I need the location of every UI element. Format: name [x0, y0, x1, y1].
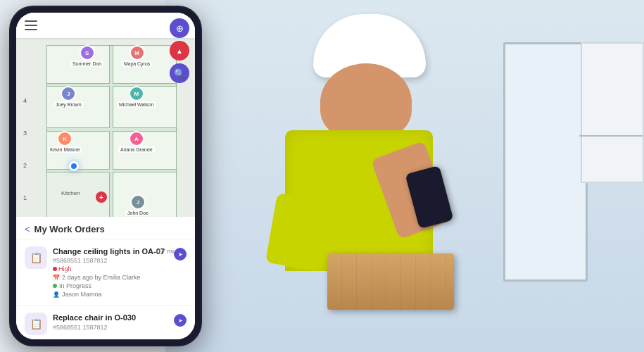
medical-icon: + — [96, 191, 107, 203]
work-orders-header: < My Work Orders — [16, 217, 195, 239]
location-button[interactable]: ⊕ — [170, 18, 189, 38]
avatar-summer-don: S — [80, 45, 95, 61]
hamburger-line-3 — [25, 29, 37, 30]
person-kevin-malone: K Kevin Malone — [48, 131, 82, 153]
person-john-doe: J John Doe — [125, 194, 151, 216]
wo-icon-inner-1: 📋 — [30, 252, 42, 263]
priority-badge-1: High — [53, 265, 72, 272]
wo-id-1: #5868551 1587812 — [53, 257, 187, 264]
label-kevin-malone: Kevin Malone — [48, 146, 82, 153]
avatar-maya-cyrus: M — [130, 45, 145, 61]
wo-nav-arrow-1[interactable]: ➤ — [174, 248, 187, 260]
person-icon-1: 👤 — [53, 291, 60, 298]
cabinet — [581, 42, 644, 183]
wo-meta-1: High — [53, 265, 187, 272]
wo-assignee-row-1: 👤 Jason Mamoa — [53, 291, 187, 298]
wo-status-row-1: In Progress — [53, 282, 187, 289]
phone-screen: Kitchen S Summer Don M Maya Cyrus J Joey… — [16, 13, 195, 339]
map-controls: ⊕ ▲ 🔍 — [170, 18, 189, 83]
label-maya-cyrus: Maya Cyrus — [122, 61, 152, 67]
hamburger-button[interactable] — [22, 15, 42, 35]
wo-distance-1: 0.7 mi — [156, 248, 174, 255]
floor-labels: 4 3 2 1 — [23, 97, 27, 201]
worker-arm-left — [265, 193, 333, 272]
wo-date-1: 2 days ago by Emilia Clarke — [62, 274, 141, 281]
work-order-item-1[interactable]: 📋 Change ceiling lights in OA-07 #586855… — [16, 239, 195, 306]
avatar-john-doe: J — [130, 194, 146, 210]
back-arrow-icon[interactable]: < — [25, 224, 30, 234]
box-grain — [327, 253, 454, 310]
wo-assignee-1: Jason Mamoa — [62, 291, 102, 298]
floor-4: 4 — [23, 97, 27, 104]
priority-label-1: High — [58, 265, 72, 272]
wo-icon-inner-2: 📋 — [30, 318, 42, 329]
person-ariana-grande: A Ariana Grande — [118, 131, 155, 153]
label-ariana-grande: Ariana Grande — [118, 146, 155, 153]
label-john-doe: John Doe — [125, 210, 151, 216]
map-topbar — [16, 13, 195, 38]
phone-mockup: Kitchen S Summer Don M Maya Cyrus J Joey… — [11, 7, 201, 345]
person-maya-cyrus: M Maya Cyrus — [122, 45, 152, 67]
wo-title-2: Replace chair in O-030 — [53, 313, 187, 322]
hamburger-line-1 — [25, 20, 37, 22]
worker-face — [320, 63, 412, 141]
wo-icon-1: 📋 — [25, 246, 47, 269]
bottom-sheet: < My Work Orders 📋 Change ceiling lights… — [16, 217, 195, 339]
map-section: Kitchen S Summer Don M Maya Cyrus J Joey… — [16, 13, 195, 217]
work-order-item-2[interactable]: 📋 Replace chair in O-030 #5868551 158781… — [16, 306, 195, 339]
calendar-icon-1: 📅 — [53, 275, 60, 281]
floor-1: 1 — [23, 194, 27, 201]
label-summer-don: Summer Don — [70, 61, 103, 67]
label-michael-watson: Michael Watson — [117, 101, 156, 108]
cabinet-shelf — [579, 135, 643, 137]
search-button[interactable]: 🔍 — [170, 63, 189, 83]
wo-content-2: Replace chair in O-030 #5868551 1587812 — [53, 313, 187, 330]
avatar-joey-brown: J — [61, 86, 76, 101]
avatar-kevin-malone: K — [57, 131, 72, 146]
worker-figure — [257, 0, 538, 352]
avatar-ariana-grande: A — [129, 131, 144, 146]
floor-2: 2 — [23, 162, 27, 169]
priority-dot-1 — [53, 267, 57, 271]
hamburger-line-2 — [25, 25, 37, 26]
wo-id-2: #5868551 1587812 — [53, 324, 187, 331]
label-joey-brown: Joey Brown — [53, 101, 84, 108]
floor-plan: Kitchen S Summer Don M Maya Cyrus J Joey… — [34, 38, 167, 213]
wo-icon-2: 📋 — [25, 313, 47, 335]
background-scene — [165, 0, 644, 352]
wo-status-1: In Progress — [59, 282, 91, 289]
work-orders-title: My Work Orders — [34, 224, 105, 234]
person-joey-brown: J Joey Brown — [53, 86, 84, 108]
person-summer-don: S Summer Don — [70, 45, 103, 67]
navigation-button[interactable]: ▲ — [170, 41, 189, 61]
floor-3: 3 — [23, 130, 27, 137]
current-location — [69, 161, 79, 171]
avatar-michael-watson: M — [129, 86, 144, 101]
status-dot-1 — [53, 284, 57, 288]
wooden-box — [327, 253, 454, 310]
kitchen-label: Kitchen — [61, 190, 80, 196]
person-michael-watson: M Michael Watson — [117, 86, 156, 108]
wo-date-row-1: 📅 2 days ago by Emilia Clarke — [53, 274, 187, 281]
